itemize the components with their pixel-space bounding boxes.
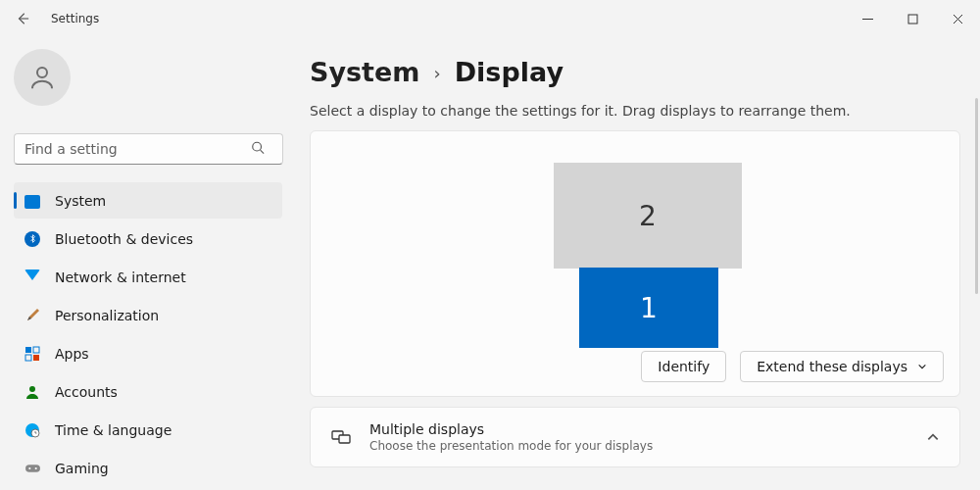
sidebar-item-label: Apps [55, 346, 89, 362]
person-icon [24, 383, 41, 401]
svg-rect-10 [25, 465, 40, 471]
chevron-up-icon [926, 430, 940, 444]
sidebar-item-label: Personalization [55, 308, 159, 323]
sidebar-item-system[interactable]: System [14, 182, 282, 219]
main-content: System › Display Select a display to cha… [294, 37, 980, 490]
monitor-label: 2 [639, 200, 657, 232]
sidebar-item-network[interactable]: Network & internet [14, 259, 282, 295]
titlebar: Settings [0, 0, 980, 37]
apps-icon [24, 345, 41, 363]
svg-point-7 [29, 386, 35, 392]
sidebar-item-label: System [55, 193, 106, 209]
chevron-down-icon [917, 362, 927, 371]
monitor-label: 1 [640, 292, 658, 324]
button-label: Identify [658, 359, 710, 374]
gamepad-icon [24, 460, 41, 477]
scrollbar[interactable] [975, 98, 978, 294]
display-mode-dropdown[interactable]: Extend these displays [740, 351, 944, 382]
sidebar-item-label: Bluetooth & devices [55, 231, 193, 247]
display-arrangement-card: 2 1 Identify Extend these displays [310, 130, 960, 397]
svg-rect-3 [25, 347, 31, 353]
window-title: Settings [51, 12, 99, 25]
svg-rect-4 [33, 347, 39, 353]
display-canvas[interactable]: 2 1 [326, 149, 944, 345]
multiple-displays-card[interactable]: Multiple displays Choose the presentatio… [310, 407, 960, 467]
multi-display-icon [330, 426, 352, 448]
sidebar-item-label: Gaming [55, 461, 109, 476]
svg-point-12 [34, 467, 36, 469]
svg-rect-6 [33, 355, 39, 361]
page-title: Display [455, 57, 564, 87]
maximize-button[interactable] [890, 0, 935, 37]
wifi-icon [24, 269, 41, 286]
window-controls [845, 0, 980, 37]
sidebar-item-bluetooth[interactable]: Bluetooth & devices [14, 220, 282, 257]
sidebar-item-apps[interactable]: Apps [14, 335, 282, 371]
breadcrumb: System › Display [310, 57, 960, 87]
svg-rect-5 [25, 355, 31, 361]
search-icon [251, 140, 265, 159]
minimize-button[interactable] [845, 0, 890, 37]
svg-point-11 [28, 467, 30, 469]
search-input[interactable] [14, 133, 283, 165]
sidebar-item-personalization[interactable]: Personalization [14, 297, 282, 333]
section-title: Multiple displays [369, 421, 908, 437]
sidebar-item-label: Accounts [55, 384, 118, 400]
sidebar-item-gaming[interactable]: Gaming [14, 450, 282, 486]
section-subtitle: Choose the presentation mode for your di… [369, 439, 908, 453]
sidebar-item-label: Network & internet [55, 270, 186, 285]
avatar[interactable] [14, 49, 71, 106]
sidebar: System Bluetooth & devices Network & int… [0, 37, 294, 490]
sidebar-item-time[interactable]: Time & language [14, 412, 282, 448]
sidebar-item-label: Time & language [55, 422, 172, 438]
sidebar-nav: System Bluetooth & devices Network & int… [14, 182, 282, 486]
svg-rect-0 [908, 15, 917, 24]
svg-rect-14 [339, 435, 350, 443]
close-button[interactable] [935, 0, 980, 37]
back-button[interactable] [14, 10, 31, 27]
svg-point-1 [37, 68, 47, 77]
chevron-right-icon: › [433, 63, 440, 83]
system-icon [24, 192, 41, 210]
helper-text: Select a display to change the settings … [310, 103, 960, 119]
dropdown-label: Extend these displays [757, 359, 907, 374]
identify-button[interactable]: Identify [641, 351, 726, 382]
bluetooth-icon [24, 230, 41, 248]
brush-icon [24, 307, 41, 324]
search-field[interactable] [14, 133, 282, 165]
monitor-2[interactable]: 2 [554, 163, 742, 269]
breadcrumb-parent[interactable]: System [310, 57, 419, 87]
globe-clock-icon [24, 421, 41, 439]
section-text: Multiple displays Choose the presentatio… [369, 421, 908, 453]
sidebar-item-accounts[interactable]: Accounts [14, 373, 282, 410]
arrangement-actions: Identify Extend these displays [326, 351, 944, 382]
monitor-1[interactable]: 1 [579, 268, 718, 348]
svg-point-2 [253, 142, 262, 151]
